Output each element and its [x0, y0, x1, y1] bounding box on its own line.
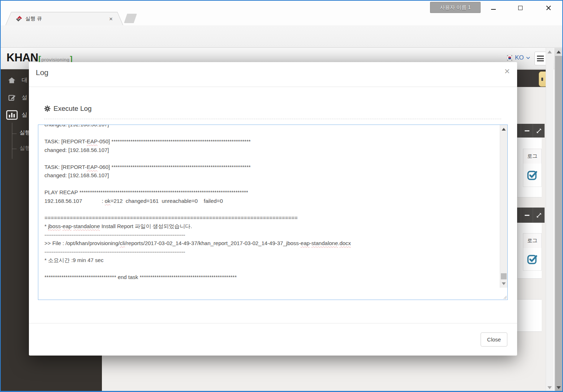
- tree-tick: [12, 149, 17, 149]
- panel-expand-button[interactable]: [533, 124, 545, 138]
- window-maximize-button[interactable]: [512, 1, 529, 15]
- tree-tick: [12, 134, 17, 134]
- scroll-down-icon[interactable]: [556, 386, 561, 389]
- tab-close-icon[interactable]: ×: [109, 16, 113, 22]
- expand-icon: [536, 128, 542, 134]
- scroll-up-icon[interactable]: [556, 51, 561, 53]
- check-square-icon: [527, 169, 538, 181]
- app-menu-button[interactable]: [534, 52, 546, 65]
- textarea-scrollbar[interactable]: [500, 125, 507, 288]
- language-selector[interactable]: KO: [507, 54, 530, 61]
- chart-icon: [6, 110, 18, 120]
- modal-close-button[interactable]: Close: [481, 332, 507, 347]
- tab-title: 실행 큐: [25, 16, 109, 22]
- table-gridline: [517, 223, 518, 279]
- scrollbar-thumb[interactable]: [555, 56, 562, 392]
- minus-icon: [525, 130, 529, 131]
- table-gridline: [517, 138, 518, 197]
- browser-window: 실행 큐 × 사용자 이름 1 192.168.56.101:8111/: [0, 0, 563, 392]
- expand-icon: [536, 213, 542, 218]
- log-column-header: 로그: [523, 149, 542, 164]
- korea-flag-icon: [507, 55, 513, 61]
- scroll-up-icon[interactable]: [502, 128, 506, 130]
- sidebar-item-label: 대: [22, 77, 27, 84]
- log-column-header: 로그: [523, 233, 542, 248]
- edit-icon: [8, 94, 16, 101]
- resize-grip-icon[interactable]: [503, 295, 507, 299]
- panel-collapse-button[interactable]: [521, 208, 533, 223]
- scroll-up-icon[interactable]: [547, 51, 552, 53]
- scroll-down-icon[interactable]: [547, 386, 552, 389]
- log-modal: Log × Execute Log: [29, 62, 517, 356]
- brand-subtitle: provisioning: [42, 57, 70, 62]
- modal-footer-divider: [29, 323, 517, 323]
- new-tab-button[interactable]: [124, 14, 137, 23]
- tree-line: [12, 123, 12, 159]
- browser-tab[interactable]: 실행 큐 ×: [5, 12, 123, 25]
- chevron-down-icon: [526, 57, 530, 59]
- language-code: KO: [515, 54, 524, 61]
- minus-icon: [525, 215, 529, 216]
- maximize-icon: [518, 6, 523, 10]
- panel-expand-button[interactable]: [533, 208, 545, 223]
- log-open-button[interactable]: [523, 164, 542, 187]
- dotted-divider: [44, 119, 501, 119]
- sidebar-item-label: 실: [22, 111, 27, 119]
- scrollbar-thumb[interactable]: [501, 273, 507, 279]
- browser-titlebar: 실행 큐 × 사용자 이름 1: [1, 1, 562, 25]
- window-minimize-button[interactable]: [485, 1, 502, 15]
- browser-scrollbar[interactable]: [554, 48, 563, 392]
- execute-log-heading: Execute Log: [44, 105, 92, 113]
- execute-log-text: changed: [192.168.56.107] TASK: [REPORT-…: [44, 125, 499, 282]
- close-icon: [546, 5, 551, 10]
- browser-toolbar: 192.168.56.101:8111/main.mvc#action/queu…: [1, 25, 562, 48]
- profile-badge[interactable]: 사용자 이름 1: [430, 2, 481, 13]
- window-close-button[interactable]: [540, 1, 557, 15]
- log-textarea[interactable]: changed: [192.168.56.107] TASK: [REPORT-…: [38, 125, 508, 300]
- execute-log-title: Execute Log: [53, 105, 92, 113]
- panel-collapse-button[interactable]: [521, 124, 533, 138]
- khan-favicon: [16, 16, 22, 22]
- sidebar-item-label: 설: [22, 94, 27, 101]
- modal-title: Log: [36, 68, 48, 77]
- frame-scrollbar[interactable]: [546, 48, 554, 392]
- modal-header-divider: [29, 87, 517, 87]
- log-open-button[interactable]: [523, 248, 542, 271]
- gear-icon: [44, 105, 51, 112]
- check-square-icon: [527, 253, 538, 265]
- scroll-down-icon[interactable]: [502, 282, 506, 285]
- home-icon: [8, 77, 16, 84]
- minimize-icon: [491, 9, 496, 10]
- modal-close-icon[interactable]: ×: [504, 66, 510, 76]
